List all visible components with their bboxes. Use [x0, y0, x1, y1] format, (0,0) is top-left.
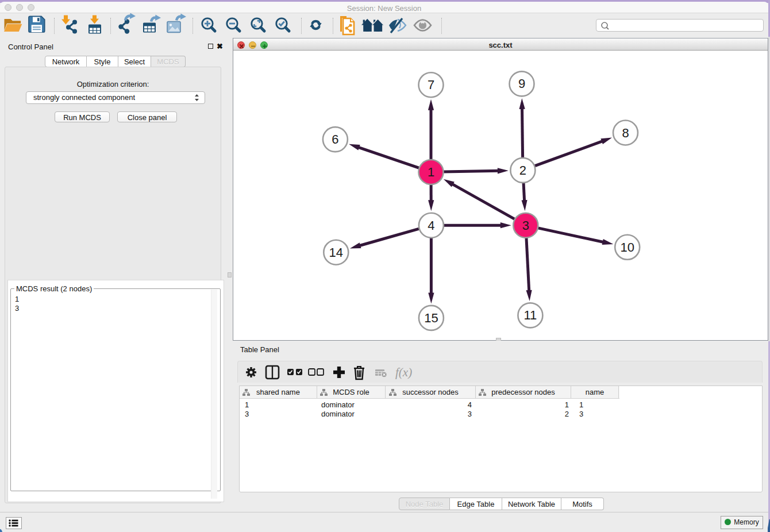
svg-text:3: 3: [522, 218, 529, 233]
svg-text:4: 4: [428, 218, 434, 233]
svg-text:6: 6: [332, 132, 338, 147]
svg-text:1: 1: [428, 165, 434, 179]
svg-text:14: 14: [329, 245, 343, 260]
svg-text:15: 15: [424, 311, 438, 325]
svg-text:f(x): f(x): [395, 365, 412, 379]
svg-text:10: 10: [620, 240, 634, 255]
svg-text:9: 9: [518, 76, 525, 91]
svg-text:2: 2: [519, 163, 526, 178]
svg-text:7: 7: [428, 78, 434, 92]
svg-text:8: 8: [622, 126, 629, 140]
svg-text:11: 11: [523, 308, 537, 322]
